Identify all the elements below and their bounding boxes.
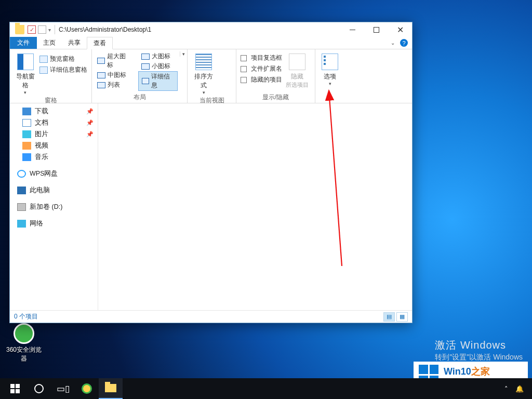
details-pane-icon [39,66,48,74]
nav-tree[interactable]: 下载📌 文档📌 图片📌 视频 音乐 WPS网盘 此电脑 新加卷 (D:) 网络 [10,103,98,310]
browser-label: 360安全浏览器 [6,346,42,362]
status-bar: 0 个项目 ▤ ▦ [10,310,412,323]
window-body: 下载📌 文档📌 图片📌 视频 音乐 WPS网盘 此电脑 新加卷 (D:) 网络 [10,103,412,310]
hide-selected-button: 隐藏 所选项目 [285,51,309,89]
preview-pane-button[interactable]: 预览窗格 [39,55,87,63]
hidden-items[interactable]: 隐藏的项目 [241,75,282,84]
ribbon-group-current-view: 排序方式 ▾ 当前视图 [188,49,236,103]
downloads-icon [22,108,31,115]
nav-volume-d[interactable]: 新加卷 (D:) [10,201,98,212]
layout-small[interactable]: 小图标 [138,61,178,71]
sort-icon [195,54,212,70]
layout-medium[interactable]: 中图标 [94,70,134,80]
documents-icon [22,119,31,127]
layout-details[interactable]: 详细信息 [138,71,178,91]
ribbon-group-options: 选项 ▾ [315,49,344,103]
tray-overflow-icon[interactable]: ˄ [504,385,508,393]
disk-icon [17,203,26,211]
pictures-icon [22,130,31,138]
tab-home[interactable]: 主页 [37,37,62,49]
nav-downloads[interactable]: 下载📌 [10,105,98,117]
hide-icon [289,54,305,70]
item-checkboxes[interactable]: 项目复选框 [241,54,282,62]
pin-icon: 📌 [86,119,94,126]
tab-share[interactable]: 共享 [62,37,87,49]
system-tray[interactable]: ˄ 🔔 [504,385,529,393]
view-details-button[interactable]: ▤ [383,312,395,322]
options-icon [322,54,338,70]
activation-watermark: 激活 Windows 转到"设置"以激活 Windows [435,338,523,363]
checkbox-icon [241,77,247,83]
file-list-area[interactable] [98,103,412,310]
tab-view[interactable]: 查看 [87,37,113,49]
pin-icon: 📌 [86,131,94,138]
item-count: 0 个项目 [14,312,38,321]
start-button[interactable] [3,378,27,399]
nav-this-pc[interactable]: 此电脑 [10,184,98,196]
file-extensions[interactable]: 文件扩展名 [241,64,282,73]
network-icon [17,220,26,228]
help-icon[interactable]: ? [400,39,408,47]
nav-videos[interactable]: 视频 [10,140,98,151]
folder-icon [105,384,116,392]
nav-documents[interactable]: 文档📌 [10,117,98,128]
maximize-button[interactable] [364,22,388,37]
music-icon [22,153,31,161]
details-pane-button[interactable]: 详细信息窗格 [39,65,87,74]
tray-notification-icon[interactable]: 🔔 [515,385,524,393]
nav-pictures[interactable]: 图片📌 [10,128,98,140]
layout-list[interactable]: 列表 [94,80,134,90]
layout-extra-large[interactable]: 超大图标 [94,51,134,70]
add-columns-icon[interactable] [219,55,229,62]
view-icons-button[interactable]: ▦ [396,312,408,322]
options-button[interactable]: 选项 ▾ [320,51,340,86]
qat-new[interactable] [38,25,46,34]
pin-icon: 📌 [86,108,94,115]
titlebar[interactable]: ✓ ▾ C:\Users\Administrator\Desktop\1 ✕ [10,22,412,37]
nav-wps[interactable]: WPS网盘 [10,168,98,179]
ribbon-group-showhide: 项目复选框 文件扩展名 隐藏的项目 隐藏 所选项目 显示/隐藏 [236,49,315,103]
ribbon: 导航窗格 ▾ 预览窗格 详细信息窗格 窗格 超大图标 中图标 列表 大图标 [10,49,412,103]
qat-properties[interactable]: ✓ [28,25,36,34]
preview-pane-icon [39,56,48,63]
menubar: 文件 主页 共享 查看 ⌄ ? [10,37,412,49]
ribbon-group-layout: 超大图标 中图标 列表 大图标 小图标 详细信息 ▾ 布局 [92,49,188,103]
file-explorer-window: ✓ ▾ C:\Users\Administrator\Desktop\1 ✕ 文… [9,22,413,323]
sort-button[interactable]: 排序方式 ▾ [192,51,216,95]
ribbon-group-panes: 导航窗格 ▾ 预览窗格 详细信息窗格 窗格 [10,49,92,103]
cortana-button[interactable] [27,378,51,399]
browser-shortcut[interactable]: 360安全浏览器 [4,323,44,363]
nav-music[interactable]: 音乐 [10,151,98,163]
nav-network[interactable]: 网络 [10,218,98,229]
tab-file[interactable]: 文件 [10,37,37,49]
layout-more[interactable]: ▾ [180,51,187,57]
minimize-button[interactable] [340,22,364,37]
qat-dropdown[interactable]: ▾ [48,27,51,33]
folder-icon [15,25,24,34]
checkbox-icon [241,66,247,72]
taskbar-edge[interactable] [75,378,99,399]
cloud-icon [17,170,26,178]
taskbar[interactable]: ▭▯ ˄ 🔔 [0,378,532,399]
close-button[interactable]: ✕ [388,22,412,37]
taskbar-explorer[interactable] [99,378,123,399]
nav-pane-icon [17,54,34,70]
size-columns-icon[interactable] [219,64,229,71]
checkbox-icon [241,55,247,61]
browser-icon [14,323,34,344]
ribbon-minimize-icon[interactable]: ⌄ [391,40,395,46]
layout-large[interactable]: 大图标 [138,51,178,61]
quick-access-toolbar: ✓ ▾ [10,25,53,34]
task-view-button[interactable]: ▭▯ [51,378,75,399]
window-title: C:\Users\Administrator\Desktop\1 [57,26,151,33]
videos-icon [22,142,31,150]
pc-icon [17,187,26,194]
nav-pane-button[interactable]: 导航窗格 ▾ [14,51,36,95]
